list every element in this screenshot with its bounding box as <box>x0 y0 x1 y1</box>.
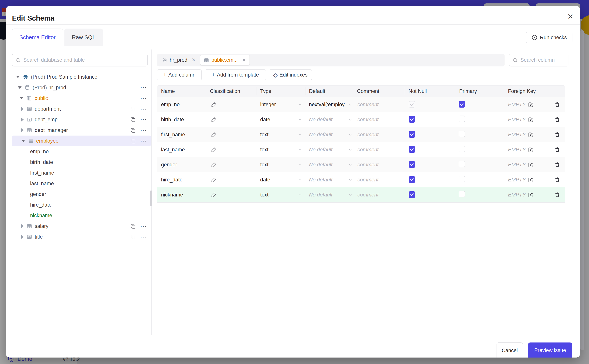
tree-item-table-selected[interactable]: employee ⋯ <box>12 136 151 146</box>
primary-checkbox[interactable] <box>459 131 465 137</box>
tab-chip-hr-prod[interactable]: hr_prod ✕ <box>159 55 199 65</box>
more-actions-icon[interactable]: ⋯ <box>140 222 147 230</box>
default-select[interactable]: No default <box>309 147 346 153</box>
delete-row-icon[interactable] <box>555 117 560 122</box>
primary-checkbox[interactable] <box>459 146 465 152</box>
not-null-checkbox[interactable] <box>409 176 415 183</box>
column-name-cell[interactable]: last_name <box>161 147 185 153</box>
delete-row-icon[interactable] <box>555 192 560 198</box>
classification-edit-icon[interactable] <box>211 117 217 122</box>
column-name-cell[interactable]: nickname <box>161 192 183 198</box>
chevron-down-icon[interactable] <box>298 162 302 167</box>
close-tab-icon[interactable]: ✕ <box>242 57 246 63</box>
column-name-cell[interactable]: birth_date <box>161 117 184 123</box>
close-icon[interactable]: ✕ <box>567 13 574 20</box>
delete-row-icon[interactable] <box>555 162 560 168</box>
default-select[interactable]: No default <box>309 132 346 138</box>
tree-item-column-new[interactable]: nickname <box>12 210 151 221</box>
type-select[interactable]: text <box>260 192 268 198</box>
tab-chip-public-employee[interactable]: public.em... ✕ <box>200 55 249 65</box>
comment-input[interactable] <box>357 162 402 168</box>
copy-icon[interactable] <box>130 234 136 240</box>
edit-foreign-key-icon[interactable] <box>528 162 534 168</box>
chevron-down-icon[interactable] <box>348 102 353 107</box>
chevron-down-icon[interactable] <box>348 147 353 152</box>
column-name-cell[interactable]: emp_no <box>161 102 180 108</box>
chevron-right-icon[interactable] <box>21 107 24 111</box>
more-actions-icon[interactable]: ⋯ <box>140 94 147 102</box>
tree-item-column[interactable]: hire_date <box>12 200 151 210</box>
default-select[interactable]: No default <box>309 177 346 183</box>
classification-edit-icon[interactable] <box>211 132 217 137</box>
add-column-button[interactable]: + Add column <box>157 70 202 80</box>
tree-item-column[interactable]: last_name <box>12 178 151 189</box>
tree-item-database[interactable]: (Prod) hr_prod ⋯ <box>12 82 151 93</box>
default-select[interactable]: No default <box>309 162 346 168</box>
chevron-down-icon[interactable] <box>348 117 353 122</box>
not-null-checkbox[interactable] <box>409 131 415 138</box>
tree-item-column[interactable]: emp_no <box>12 146 151 157</box>
comment-input[interactable] <box>357 177 402 183</box>
edit-foreign-key-icon[interactable] <box>528 177 534 182</box>
primary-checkbox[interactable] <box>459 101 465 108</box>
search-column-input[interactable] <box>520 57 565 63</box>
edit-foreign-key-icon[interactable] <box>528 102 534 107</box>
tree-item-table[interactable]: title ⋯ <box>12 232 151 242</box>
chevron-right-icon[interactable] <box>21 235 24 239</box>
tab-raw-sql[interactable]: Raw SQL <box>64 29 103 46</box>
chevron-down-icon[interactable] <box>298 117 302 122</box>
tree-item-column[interactable]: gender <box>12 189 151 200</box>
edit-foreign-key-icon[interactable] <box>528 117 534 122</box>
more-actions-icon[interactable]: ⋯ <box>140 84 147 91</box>
preview-issue-button[interactable]: Preview issue <box>528 343 572 358</box>
chevron-down-icon[interactable] <box>348 177 353 182</box>
primary-checkbox[interactable] <box>459 191 465 197</box>
chevron-down-icon[interactable] <box>348 132 353 137</box>
comment-input[interactable] <box>357 192 402 198</box>
default-select[interactable]: No default <box>309 117 346 123</box>
more-actions-icon[interactable]: ⋯ <box>140 116 147 123</box>
delete-row-icon[interactable] <box>555 147 560 152</box>
column-name-cell[interactable]: hire_date <box>161 177 183 183</box>
copy-icon[interactable] <box>130 117 136 122</box>
primary-checkbox[interactable] <box>459 176 465 182</box>
add-from-template-button[interactable]: + Add from template <box>205 70 266 80</box>
comment-input[interactable] <box>357 147 402 153</box>
type-select[interactable]: date <box>260 117 270 123</box>
column-name-cell[interactable]: first_name <box>161 132 185 138</box>
primary-checkbox[interactable] <box>459 161 465 167</box>
tree-item-schema[interactable]: public ⋯ <box>12 93 151 104</box>
chevron-down-icon[interactable] <box>348 192 353 197</box>
comment-input[interactable] <box>357 101 402 108</box>
copy-icon[interactable] <box>130 223 136 229</box>
chevron-down-icon[interactable] <box>348 162 353 167</box>
tree-item-table[interactable]: salary ⋯ <box>12 221 151 232</box>
tree-item-column[interactable]: birth_date <box>12 157 151 168</box>
edit-indexes-button[interactable]: ◇ Edit indexes <box>269 70 312 80</box>
edit-foreign-key-icon[interactable] <box>528 192 534 198</box>
default-select[interactable]: nextval('employ <box>309 102 346 108</box>
comment-input[interactable] <box>357 131 402 138</box>
classification-edit-icon[interactable] <box>211 102 217 107</box>
tree-item-table[interactable]: department ⋯ <box>12 104 151 114</box>
copy-icon[interactable] <box>130 138 136 144</box>
default-select[interactable]: No default <box>309 192 346 198</box>
edit-foreign-key-icon[interactable] <box>528 132 534 137</box>
chevron-down-icon[interactable] <box>298 102 302 107</box>
chevron-down-icon[interactable] <box>298 147 302 152</box>
more-actions-icon[interactable]: ⋯ <box>140 126 147 134</box>
tree-item-instance[interactable]: (Prod) Prod Sample Instance <box>12 72 151 82</box>
chevron-right-icon[interactable] <box>21 128 24 132</box>
chevron-down-icon[interactable] <box>18 86 21 89</box>
chevron-right-icon[interactable] <box>21 118 24 122</box>
classification-edit-icon[interactable] <box>211 192 217 198</box>
primary-checkbox[interactable] <box>459 116 465 122</box>
classification-edit-icon[interactable] <box>211 147 217 152</box>
chevron-down-icon[interactable] <box>16 76 20 78</box>
chevron-right-icon[interactable] <box>21 224 24 228</box>
not-null-checkbox[interactable] <box>409 146 415 153</box>
not-null-checkbox[interactable] <box>409 101 415 108</box>
not-null-checkbox[interactable] <box>409 161 415 168</box>
tree-item-table[interactable]: dept_emp ⋯ <box>12 114 151 125</box>
run-checks-button[interactable]: Run checks <box>526 32 572 43</box>
